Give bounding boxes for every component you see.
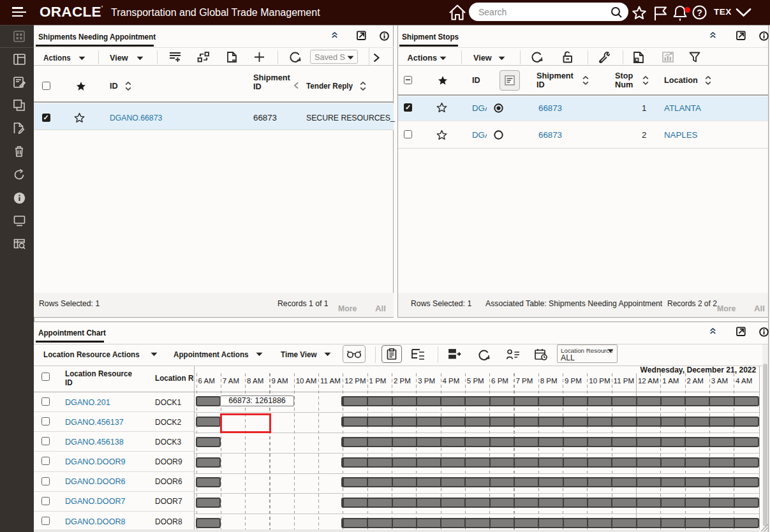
svg-text:?: ?: [697, 8, 702, 18]
